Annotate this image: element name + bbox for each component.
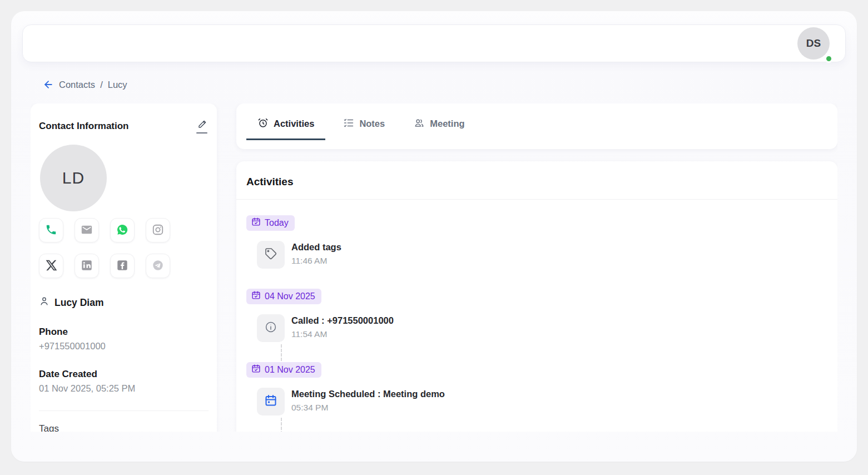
facebook-icon	[116, 259, 128, 273]
pencil-icon	[197, 119, 207, 131]
breadcrumb-current: Lucy	[108, 80, 127, 90]
linkedin-icon	[81, 259, 93, 273]
activity-item: Meeting Scheduled : Meeting demo 05:34 P…	[257, 388, 827, 415]
linkedin-button[interactable]	[75, 254, 99, 278]
breadcrumb-contacts[interactable]: Contacts	[59, 80, 95, 90]
tag-icon	[264, 247, 277, 263]
user-initials: DS	[806, 37, 821, 50]
contact-name: Lucy Diam	[54, 297, 104, 309]
activity-title: Meeting Scheduled : Meeting demo	[291, 389, 445, 399]
activity-icon-box	[257, 314, 285, 342]
activity-item: Added tags 11:46 AM	[257, 241, 827, 269]
contact-initials: LD	[62, 169, 85, 187]
calendar-check-icon	[251, 290, 261, 302]
x-twitter-icon	[45, 259, 57, 273]
tab-notes-label: Notes	[359, 118, 385, 129]
contact-name-row: Lucy Diam	[39, 296, 209, 309]
instagram-icon	[152, 224, 164, 237]
telegram-icon	[152, 259, 164, 273]
alarm-clock-icon	[257, 117, 269, 131]
tabs-bar: Activities Notes Meeting	[236, 103, 837, 149]
tab-meeting-label: Meeting	[430, 118, 464, 129]
date-created-label: Date Created	[39, 369, 209, 380]
tab-activities[interactable]: Activities	[246, 109, 325, 140]
date-badge-label: 04 Nov 2025	[265, 291, 315, 301]
breadcrumb-separator: /	[100, 80, 103, 90]
phone-button[interactable]	[39, 218, 63, 243]
tab-activities-label: Activities	[274, 118, 314, 129]
tab-notes[interactable]: Notes	[332, 109, 396, 140]
date-badge: 01 Nov 2025	[246, 362, 321, 378]
contact-information-card: Contact Information LD	[31, 103, 217, 432]
date-badge-label: 01 Nov 2025	[265, 365, 315, 375]
activity-item: Called : +971550001000 11:54 AM	[257, 314, 827, 342]
facebook-button[interactable]	[110, 254, 135, 278]
phone-label: Phone	[39, 326, 209, 338]
content-area: Contact Information LD	[31, 103, 837, 432]
app-container: DS Contacts / Lucy Contact Information	[11, 11, 857, 462]
timeline-connector	[281, 344, 282, 361]
tags-label: Tags	[39, 423, 209, 432]
activity-icon-box	[257, 388, 285, 415]
person-icon	[39, 296, 49, 309]
contact-card-title: Contact Information	[39, 121, 129, 132]
breadcrumb: Contacts / Lucy	[43, 79, 857, 90]
activity-time: 11:46 AM	[291, 256, 341, 266]
calendar-icon	[264, 394, 277, 409]
phone-icon	[45, 224, 57, 237]
activity-time: 05:34 PM	[291, 403, 445, 413]
calendar-check-icon	[251, 364, 261, 375]
edit-contact-button[interactable]	[195, 118, 209, 135]
activity-time: 11:54 AM	[291, 329, 394, 339]
activities-panel: Activities Today	[236, 161, 837, 432]
email-button[interactable]	[75, 218, 99, 243]
email-icon	[81, 224, 93, 237]
timeline-group: 01 Nov 2025 Meeting Scheduled : Meeting …	[246, 362, 827, 432]
activity-icon-box	[257, 241, 285, 269]
activity-title: Added tags	[291, 242, 341, 253]
list-check-icon	[343, 117, 354, 131]
back-arrow-icon[interactable]	[43, 79, 54, 90]
x-twitter-button[interactable]	[39, 254, 63, 278]
online-status-dot	[825, 55, 833, 63]
date-badge: Today	[246, 215, 295, 231]
date-badge: 04 Nov 2025	[246, 289, 321, 304]
whatsapp-button[interactable]	[110, 218, 135, 243]
info-icon	[264, 320, 277, 336]
user-avatar[interactable]: DS	[797, 27, 830, 60]
activities-panel-title: Activities	[236, 161, 837, 199]
date-created-value: 01 Nov 2025, 05:25 PM	[39, 383, 209, 394]
social-links	[39, 218, 209, 278]
activities-timeline: Today Added tags 11:46 AM	[236, 200, 837, 432]
topbar: DS	[22, 24, 846, 62]
phone-value: +971550001000	[39, 341, 209, 352]
telegram-button[interactable]	[146, 254, 170, 278]
contact-avatar: LD	[40, 145, 107, 211]
tab-meeting[interactable]: Meeting	[403, 109, 475, 140]
date-badge-label: Today	[265, 218, 289, 228]
divider	[39, 410, 209, 411]
main-panel: Activities Notes Meeting Activities	[236, 103, 837, 432]
timeline-group: Today Added tags 11:46 AM	[246, 215, 827, 269]
users-icon	[414, 117, 425, 131]
timeline-group: 04 Nov 2025 Called : +971550001000 11:54…	[246, 289, 827, 361]
timeline-connector	[281, 418, 282, 432]
calendar-check-icon	[251, 217, 261, 229]
activity-title: Called : +971550001000	[291, 315, 394, 326]
whatsapp-icon	[116, 224, 128, 237]
instagram-button[interactable]	[146, 218, 170, 243]
